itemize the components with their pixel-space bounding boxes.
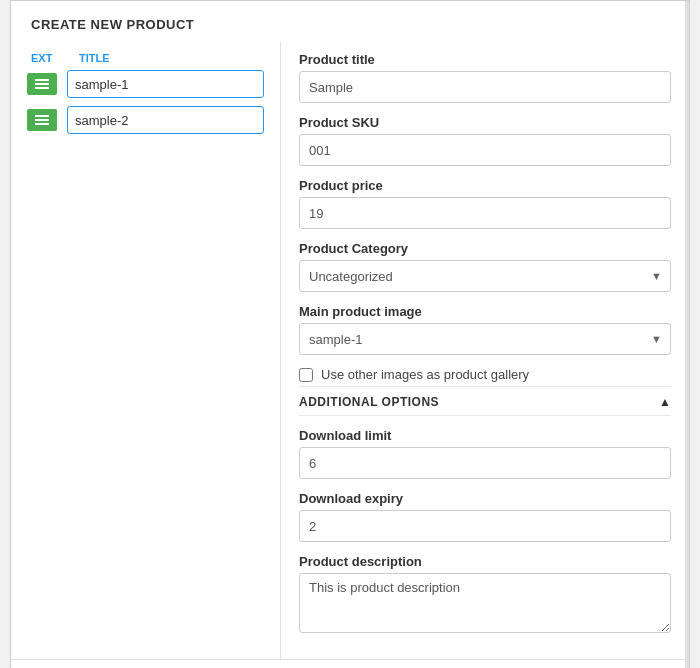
download-limit-input[interactable] — [299, 447, 671, 479]
product-price-group: Product price — [299, 178, 671, 229]
dialog-header: CREATE NEW PRODUCT — [11, 1, 689, 42]
gallery-checkbox[interactable] — [299, 368, 313, 382]
download-limit-label: Download limit — [299, 428, 671, 443]
col-title-header: TITLE — [79, 52, 110, 64]
right-panel: Product title Product SKU Product price … — [281, 42, 689, 659]
product-price-input[interactable] — [299, 197, 671, 229]
product-title-input[interactable] — [299, 71, 671, 103]
file-badge-1 — [27, 73, 57, 95]
main-image-select-wrap: sample-1 sample-2 ▼ — [299, 323, 671, 355]
svg-rect-1 — [35, 83, 49, 85]
file-input-1[interactable] — [67, 70, 264, 98]
download-limit-group: Download limit — [299, 428, 671, 479]
svg-rect-3 — [35, 115, 49, 117]
file-badge-2 — [27, 109, 57, 131]
download-expiry-label: Download expiry — [299, 491, 671, 506]
column-headers: EXT TITLE — [27, 52, 264, 70]
main-image-select[interactable]: sample-1 sample-2 — [299, 323, 671, 355]
main-image-label: Main product image — [299, 304, 671, 319]
svg-rect-4 — [35, 119, 49, 121]
svg-rect-5 — [35, 123, 49, 125]
product-title-label: Product title — [299, 52, 671, 67]
svg-rect-0 — [35, 79, 49, 81]
dialog-body: EXT TITLE — [11, 42, 689, 659]
file-row — [27, 70, 264, 98]
product-title-group: Product title — [299, 52, 671, 103]
gallery-checkbox-row: Use other images as product gallery — [299, 367, 671, 382]
create-product-dialog: CREATE NEW PRODUCT EXT TITLE — [10, 0, 690, 668]
left-panel: EXT TITLE — [11, 42, 281, 659]
col-ext-header: EXT — [31, 52, 67, 64]
product-category-group: Product Category Uncategorized Category … — [299, 241, 671, 292]
product-price-label: Product price — [299, 178, 671, 193]
main-image-group: Main product image sample-1 sample-2 ▼ — [299, 304, 671, 355]
product-sku-label: Product SKU — [299, 115, 671, 130]
dialog-title: CREATE NEW PRODUCT — [31, 17, 669, 32]
product-sku-input[interactable] — [299, 134, 671, 166]
product-category-label: Product Category — [299, 241, 671, 256]
additional-options-title: ADDITIONAL OPTIONS — [299, 395, 439, 409]
product-category-select[interactable]: Uncategorized Category 1 Category 2 — [299, 260, 671, 292]
svg-rect-2 — [35, 87, 49, 89]
file-row-2 — [27, 106, 264, 134]
product-description-group: Product description This is product desc… — [299, 554, 671, 637]
product-description-label: Product description — [299, 554, 671, 569]
product-sku-group: Product SKU — [299, 115, 671, 166]
product-description-textarea[interactable]: This is product description — [299, 573, 671, 633]
product-category-select-wrap: Uncategorized Category 1 Category 2 ▼ — [299, 260, 671, 292]
gallery-checkbox-label[interactable]: Use other images as product gallery — [321, 367, 529, 382]
dialog-footer: CANCEL SAVE — [11, 659, 689, 668]
additional-options-header[interactable]: ADDITIONAL OPTIONS ▲ — [299, 386, 671, 416]
download-expiry-group: Download expiry — [299, 491, 671, 542]
file-input-2[interactable] — [67, 106, 264, 134]
additional-options-toggle-icon: ▲ — [659, 395, 671, 409]
download-expiry-input[interactable] — [299, 510, 671, 542]
